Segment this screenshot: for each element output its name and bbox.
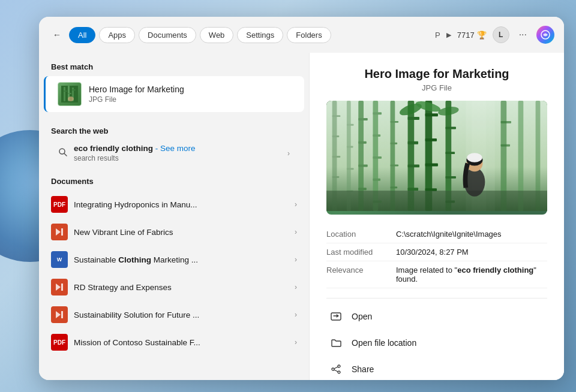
- svg-point-79: [338, 365, 340, 367]
- more-button[interactable]: ···: [515, 28, 530, 41]
- search-window: ← All Apps Documents Web Settings Folder…: [39, 17, 564, 380]
- filter-all[interactable]: All: [69, 27, 95, 43]
- filter-apps[interactable]: Apps: [99, 27, 135, 43]
- pdf-icon-1: PDF: [51, 196, 68, 213]
- svg-marker-12: [56, 228, 61, 236]
- svg-marker-18: [56, 311, 61, 318]
- svg-line-82: [334, 367, 338, 369]
- search-web-query: eco friendly clothing - See more: [74, 144, 281, 153]
- doc-chevron-2: ›: [295, 228, 297, 236]
- svg-rect-28: [347, 146, 353, 148]
- modified-value: 10/30/2024, 8:27 PM: [396, 248, 547, 257]
- location-label: Location: [326, 230, 386, 239]
- detail-row-location: Location C:\scratch\Ignite\Ignite\Images: [326, 225, 547, 243]
- action-open-location-label: Open file location: [352, 338, 416, 348]
- svg-rect-35: [358, 188, 367, 190]
- jpg-file-icon: [58, 82, 82, 106]
- ppt-icon-2: [51, 224, 68, 240]
- svg-rect-53: [425, 113, 438, 116]
- svg-rect-7: [72, 89, 76, 91]
- svg-rect-24: [332, 156, 341, 158]
- modified-label: Last modified: [326, 248, 386, 257]
- action-share[interactable]: Share: [326, 356, 547, 380]
- actions-divider: [326, 298, 547, 298]
- trophy-icon: 🏆: [477, 31, 487, 40]
- svg-rect-49: [408, 141, 418, 144]
- svg-rect-54: [425, 138, 437, 141]
- back-button[interactable]: ←: [49, 26, 65, 43]
- doc-item-6[interactable]: PDF Mission of Contoso Sustainable F... …: [39, 328, 309, 356]
- folder-icon: [329, 336, 343, 350]
- svg-rect-32: [358, 118, 367, 120]
- svg-rect-44: [391, 143, 398, 144]
- doc-chevron-1: ›: [295, 200, 297, 209]
- doc-item-5[interactable]: Sustainability Solution for Future ... ›: [39, 301, 309, 328]
- doc-item-4[interactable]: RD Strategy and Expenses ›: [39, 273, 309, 301]
- relevance-bold: eco friendly clothing: [457, 266, 533, 275]
- svg-rect-25: [332, 176, 340, 178]
- doc-item-2[interactable]: New Vibrant Line of Fabrics ›: [39, 218, 309, 246]
- svg-line-83: [334, 370, 338, 372]
- filter-folders[interactable]: Folders: [287, 27, 331, 43]
- ppt-icon-5: [51, 306, 68, 323]
- relevance-value: Image related to "eco friendly clothing"…: [396, 266, 547, 284]
- svg-rect-63: [501, 121, 511, 123]
- pdf-icon-6: PDF: [51, 334, 68, 351]
- search-see-more: - See more: [153, 144, 196, 153]
- svg-rect-33: [358, 141, 367, 144]
- share-icon: [329, 362, 343, 376]
- svg-marker-15: [56, 284, 61, 291]
- filter-settings[interactable]: Settings: [237, 27, 283, 43]
- svg-rect-2: [64, 87, 65, 101]
- doc-item-3[interactable]: W Sustainable Clothing Marketing ... ›: [39, 246, 309, 273]
- svg-rect-3: [64, 91, 67, 92]
- location-value: C:\scratch\Ignite\Ignite\Images: [396, 230, 547, 239]
- svg-rect-74: [467, 156, 482, 160]
- svg-rect-64: [501, 144, 510, 147]
- doc-label-4: RD Strategy and Expenses: [74, 283, 289, 292]
- detail-table: Location C:\scratch\Ignite\Ignite\Images…: [326, 225, 547, 288]
- svg-rect-16: [61, 284, 63, 291]
- svg-rect-59: [446, 152, 455, 154]
- preview-image: [326, 101, 547, 215]
- best-match-item[interactable]: Hero Image for Marketing JPG File: [44, 76, 304, 112]
- filter-documents[interactable]: Documents: [139, 27, 196, 43]
- svg-rect-39: [373, 156, 382, 159]
- search-web-icon: [58, 147, 68, 159]
- doc-label-2: New Vibrant Line of Fabrics: [74, 228, 289, 237]
- svg-rect-69: [326, 191, 547, 211]
- svg-rect-55: [425, 164, 438, 167]
- score-badge: 7717 🏆: [457, 31, 487, 40]
- best-match-name: Hero Image for Marketing: [89, 85, 184, 94]
- doc-label-6: Mission of Contoso Sustainable F...: [74, 338, 289, 347]
- top-bar-right: P ▶ 7717 🏆 L ···: [435, 26, 554, 44]
- svg-rect-43: [391, 121, 399, 123]
- detail-subtitle: JPG File: [326, 83, 547, 92]
- svg-rect-48: [408, 117, 419, 120]
- svg-rect-58: [446, 127, 456, 129]
- documents-title: Documents: [39, 174, 309, 191]
- doc-label-5: Sustainability Solution for Future ...: [74, 310, 289, 319]
- detail-row-relevance: Relevance Image related to "eco friendly…: [326, 261, 547, 288]
- action-open-location[interactable]: Open file location: [326, 330, 547, 356]
- svg-point-81: [332, 368, 334, 370]
- doc-item-1[interactable]: PDF Integrating Hydroponics in Manu... ›: [39, 191, 309, 218]
- main-content: Best match: [39, 53, 564, 380]
- user-avatar[interactable]: L: [493, 26, 509, 43]
- doc-chevron-5: ›: [295, 310, 297, 319]
- doc-label-1: Integrating Hydroponics in Manu...: [74, 200, 289, 209]
- p-icon: P: [435, 31, 440, 40]
- svg-point-8: [68, 97, 74, 101]
- doc-chevron-3: ›: [295, 255, 297, 264]
- filter-web[interactable]: Web: [200, 27, 234, 43]
- svg-rect-22: [332, 115, 341, 117]
- detail-title: Hero Image for Marketing: [326, 67, 547, 81]
- action-open[interactable]: Open: [326, 303, 547, 330]
- svg-rect-19: [61, 311, 63, 318]
- copilot-icon[interactable]: [536, 26, 554, 44]
- svg-rect-51: [408, 188, 418, 191]
- action-open-label: Open: [352, 312, 372, 321]
- right-panel: Hero Image for Marketing JPG File: [309, 53, 564, 380]
- search-web-item[interactable]: eco friendly clothing - See more search …: [51, 139, 297, 167]
- svg-rect-40: [373, 179, 380, 181]
